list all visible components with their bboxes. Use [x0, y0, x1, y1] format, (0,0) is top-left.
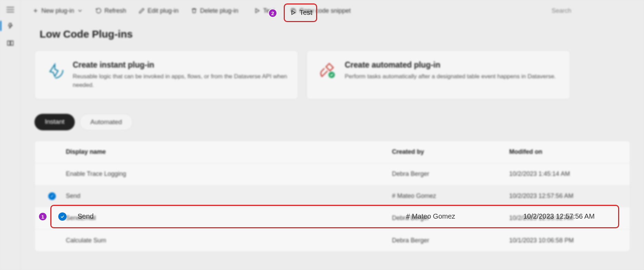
test-button[interactable]: Test [246, 4, 283, 17]
cell-display-name: SendEmail [66, 214, 392, 222]
plugin-rail-icon[interactable] [7, 22, 14, 30]
tap-icon [45, 60, 64, 80]
command-bar: New plug-in Refresh Edit plug-in Delete … [21, 0, 644, 21]
copy-snippet-label: Copy code snippet [299, 7, 351, 14]
tab-automated[interactable]: Automated [80, 114, 133, 130]
edit-plugin-label: Edit plug-in [148, 7, 179, 14]
cell-display-name: Enable Trace Logging [66, 170, 392, 178]
cell-modified-on: 10/1/2023 10:06:58 PM [509, 237, 626, 244]
cell-created-by: Debra Berger [392, 237, 509, 244]
instant-plugin-card[interactable]: Create instant plug-in Reusable logic th… [34, 50, 298, 99]
cell-display-name: Send [66, 192, 392, 200]
book-rail-icon[interactable] [7, 39, 14, 47]
delete-plugin-button[interactable]: Delete plug-in [186, 4, 243, 17]
chevron-down-icon [77, 8, 83, 14]
copy-snippet-button[interactable]: Copy code snippet [285, 4, 355, 17]
cell-modified-on: 10/2/2023 12:56:32 AM [509, 214, 626, 222]
refresh-button[interactable]: Refresh [91, 4, 131, 17]
cell-created-by: Debra Berger [392, 214, 509, 222]
refresh-label: Refresh [104, 7, 126, 14]
page-title: Low Code Plug-ins [34, 28, 630, 40]
col-created-by[interactable]: Created by [392, 148, 509, 156]
col-display-name[interactable]: Display name [66, 148, 392, 156]
cell-modified-on: 10/2/2023 12:57:56 AM [509, 192, 626, 200]
tab-instant[interactable]: Instant [34, 114, 75, 130]
search-input[interactable]: Search [547, 4, 637, 17]
row-selected-check-icon[interactable]: ✓ [48, 192, 56, 200]
svg-marker-2 [256, 9, 260, 13]
svg-rect-3 [292, 10, 295, 13]
instant-card-desc: Reusable logic that can be invoked in ap… [73, 72, 288, 89]
hamburger-icon[interactable] [7, 7, 14, 12]
edit-plugin-button[interactable]: Edit plug-in [134, 4, 183, 17]
plug-icon [317, 60, 336, 80]
new-plugin-button[interactable]: New plug-in [28, 4, 88, 17]
cell-display-name: Calculate Sum [66, 237, 392, 244]
plugin-table: Display name Created by Modifed on Enabl… [34, 141, 630, 252]
table-row[interactable]: ✓ Send # Mateo Gomez 10/2/2023 12:57:56 … [35, 185, 630, 207]
table-row[interactable]: Enable Trace Logging Debra Berger 10/2/2… [35, 163, 630, 185]
cell-created-by: Debra Berger [392, 170, 509, 178]
delete-plugin-label: Delete plug-in [200, 7, 238, 14]
table-row[interactable]: Calculate Sum Debra Berger 10/1/2023 10:… [35, 229, 630, 251]
automated-card-title: Create automated plug-in [345, 60, 556, 70]
new-plugin-label: New plug-in [41, 7, 74, 14]
col-modified-on[interactable]: Modifed on [509, 148, 626, 156]
table-row[interactable]: SendEmail Debra Berger 10/2/2023 12:56:3… [35, 207, 630, 229]
test-label: Test [263, 7, 274, 14]
instant-card-title: Create instant plug-in [73, 60, 288, 70]
cell-modified-on: 10/2/2023 1:45:14 AM [509, 170, 626, 178]
automated-plugin-card[interactable]: Create automated plug-in Perform tasks a… [306, 50, 570, 99]
cell-created-by: # Mateo Gomez [392, 192, 509, 200]
left-nav-rail [0, 0, 21, 270]
automated-card-desc: Perform tasks automatically after a desi… [345, 72, 556, 81]
